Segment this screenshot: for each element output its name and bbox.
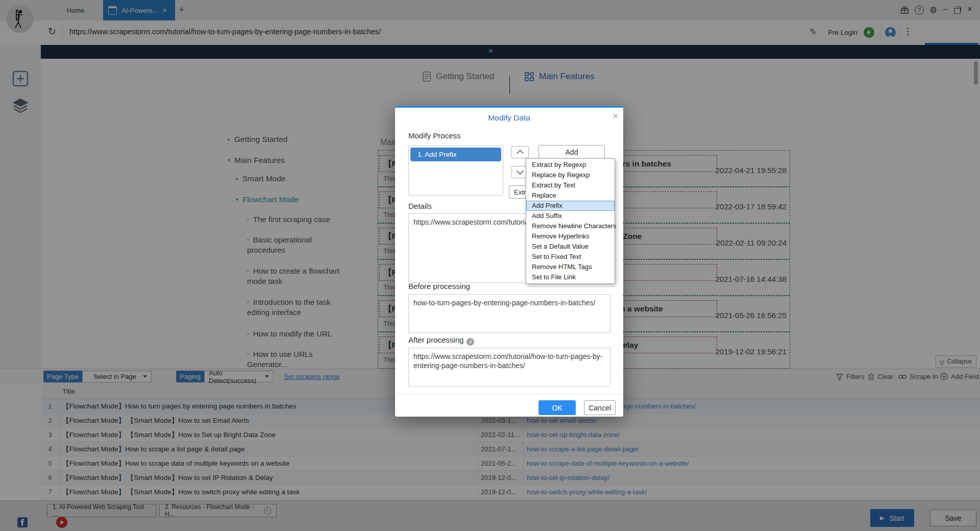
menu-item-add-prefix[interactable]: Add Prefix xyxy=(526,201,615,211)
menu-item-add-suffix[interactable]: Add Suffix xyxy=(526,211,615,221)
before-processing-label: Before processing xyxy=(408,282,470,291)
menu-item-replace[interactable]: Replace xyxy=(526,190,615,201)
menu-item-set-to-file-link[interactable]: Set to File Link xyxy=(526,272,615,282)
dialog-footer: OK Cancel xyxy=(395,394,623,417)
dialog-close-icon[interactable]: × xyxy=(612,111,618,122)
add-process-button[interactable]: Add xyxy=(538,145,605,159)
process-item-selected[interactable]: 1. Add Prefix xyxy=(410,148,501,161)
menu-item-remove-newline-characters[interactable]: Remove Newline Characters xyxy=(526,221,615,231)
info-icon[interactable]: i xyxy=(467,338,474,346)
before-processing-textarea[interactable]: how-to-turn-pages-by-entering-page-numbe… xyxy=(408,294,610,333)
cancel-button[interactable]: Cancel xyxy=(584,400,616,415)
menu-item-set-a-default-value[interactable]: Set a Default Value xyxy=(526,242,615,252)
ok-button[interactable]: OK xyxy=(538,400,576,415)
menu-item-remove-html-tags[interactable]: Remove HTML Tags xyxy=(526,262,615,272)
menu-item-extract-by-text[interactable]: Extract by Text xyxy=(526,180,615,190)
menu-item-replace-by-regexp[interactable]: Replace by Regexp xyxy=(526,170,615,180)
menu-item-extract-by-regexp[interactable]: Extract by Regexp xyxy=(526,160,615,170)
menu-item-set-to-fixed-text[interactable]: Set to Fixed Text xyxy=(526,252,615,262)
modify-process-label: Modify Process xyxy=(408,131,461,140)
app-window: Home AI-Powere... × + ? – × ↻ https://ww… xyxy=(0,0,980,531)
process-type-menu: Extract by Regexp Replace by Regexp Extr… xyxy=(526,158,615,284)
after-processing-label: After processingi xyxy=(408,335,474,346)
after-processing-textarea[interactable]: https://www.scrapestorm.com/tutorial/how… xyxy=(408,348,610,387)
menu-item-remove-hyperlinks[interactable]: Remove Hyperlinks xyxy=(526,231,615,242)
chevron-down-icon xyxy=(517,167,524,175)
dialog-title: Modify Data xyxy=(395,113,623,123)
move-up-button[interactable] xyxy=(511,146,529,158)
chevron-up-icon xyxy=(517,150,524,157)
details-label: Details xyxy=(408,202,432,210)
process-list[interactable]: 1. Add Prefix xyxy=(408,146,503,196)
